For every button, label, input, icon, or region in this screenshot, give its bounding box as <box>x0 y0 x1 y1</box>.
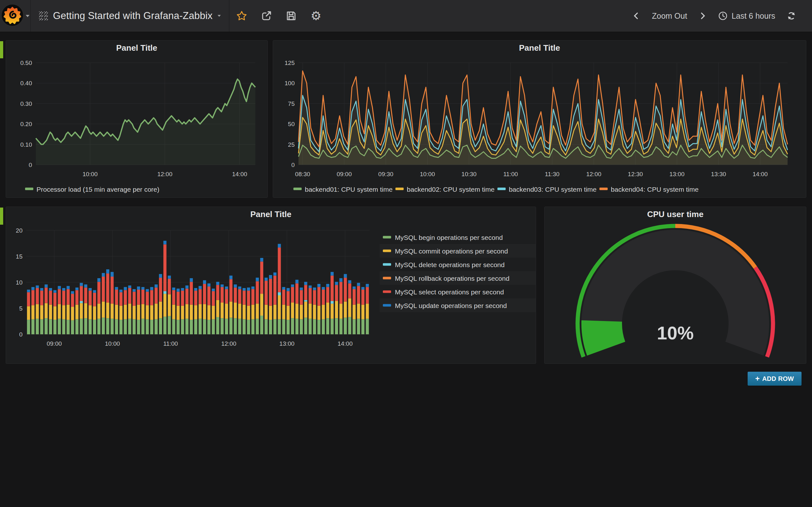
share-button[interactable] <box>254 0 279 32</box>
legend-item[interactable]: Processor load (15 min average per core) <box>25 186 159 193</box>
bar-segment <box>282 290 286 305</box>
mysql-operations-chart[interactable]: 0510152009:0010:0011:0012:0013:0014:00My… <box>6 221 536 363</box>
bar-segment <box>348 283 351 298</box>
bar-segment <box>142 290 145 304</box>
bar-segment <box>93 320 96 334</box>
chevron-right-icon <box>699 12 707 20</box>
grafana-logo-menu[interactable] <box>0 0 31 32</box>
bar-segment <box>194 288 197 291</box>
bar-segment <box>106 274 109 302</box>
bar-segment <box>62 305 65 319</box>
legend-item[interactable]: MySQL begin operations per second <box>383 234 503 241</box>
panel-title[interactable]: Panel Title <box>6 210 536 219</box>
bar-segment <box>317 284 321 287</box>
svg-text:0.50: 0.50 <box>20 60 32 66</box>
svg-text:14:00: 14:00 <box>232 171 247 177</box>
bar-segment <box>278 319 281 334</box>
legend-item[interactable]: MySQL commit operations per second <box>380 244 536 258</box>
legend-item[interactable]: backend01: CPU system time <box>293 186 393 193</box>
svg-text:100: 100 <box>285 80 295 87</box>
legend-item[interactable]: backend04: CPU system time <box>600 186 699 193</box>
bar-segment <box>106 269 109 274</box>
time-range-picker[interactable]: Last 6 hours <box>714 0 780 32</box>
bar-segment <box>124 287 127 290</box>
bar-segment <box>137 305 140 320</box>
bar-segment <box>300 287 303 290</box>
bar-segment <box>163 291 166 294</box>
bar-segment <box>212 319 215 334</box>
bar-segment <box>256 278 259 281</box>
bar-segment <box>124 319 127 334</box>
bar-segment <box>45 318 48 334</box>
bar-segment <box>137 320 140 334</box>
svg-text:5: 5 <box>19 305 22 312</box>
bar-segment <box>137 290 140 305</box>
bar-segment <box>256 281 259 304</box>
row2-handle[interactable] <box>0 208 3 225</box>
legend-item[interactable]: backend03: CPU system time <box>497 186 597 193</box>
svg-text:0: 0 <box>29 162 32 168</box>
svg-text:backend01: CPU system time: backend01: CPU system time <box>305 186 393 193</box>
panel-title[interactable]: Panel Title <box>273 43 806 53</box>
time-shift-forward-button[interactable] <box>694 0 711 32</box>
bar-segment <box>361 290 364 305</box>
bar-segment <box>335 285 338 301</box>
bar-segment <box>273 276 276 305</box>
add-row-button[interactable]: + ADD ROW <box>748 372 802 386</box>
svg-text:75: 75 <box>288 101 295 107</box>
gauge-value-fill <box>602 321 606 349</box>
svg-text:12:00: 12:00 <box>221 340 236 347</box>
title-caret-down-icon <box>217 15 221 17</box>
refresh-button[interactable] <box>782 0 801 32</box>
star-button[interactable] <box>229 0 254 32</box>
cpu-user-time-svg: 10% <box>545 221 806 363</box>
bar-segment <box>163 244 166 291</box>
bar-segment <box>282 319 286 334</box>
bar-segment <box>291 287 294 302</box>
bar-segment <box>331 319 334 334</box>
bar-segment <box>36 304 39 319</box>
bar-segment <box>216 300 219 317</box>
save-button[interactable] <box>279 0 304 32</box>
bar-segment <box>234 318 237 334</box>
bar-segment <box>260 258 263 262</box>
bar-segment <box>186 285 189 289</box>
bar-segment <box>115 319 118 334</box>
processor-load-chart[interactable]: 00.100.200.300.400.5010:0012:0014:00Proc… <box>6 55 267 197</box>
legend-item[interactable]: MySQL select operations per second <box>383 288 504 296</box>
zoom-out-button[interactable]: Zoom Out <box>647 0 692 32</box>
bar-segment <box>97 319 101 334</box>
time-shift-back-button[interactable] <box>628 0 645 32</box>
svg-text:10: 10 <box>16 279 22 286</box>
svg-text:MySQL delete operations per se: MySQL delete operations per second <box>395 261 505 268</box>
panel-title[interactable]: Panel Title <box>6 43 267 53</box>
bar-segment <box>339 278 343 282</box>
panel-title[interactable]: CPU user time <box>545 210 806 219</box>
bar-segment <box>45 285 48 288</box>
row1-handle[interactable] <box>0 41 3 58</box>
bar-segment <box>71 291 74 294</box>
svg-text:0.30: 0.30 <box>20 101 32 107</box>
legend-item[interactable]: MySQL delete operations per second <box>383 261 505 268</box>
dashboard-title-dropdown[interactable]: Getting Started with Grafana-Zabbix <box>31 0 229 32</box>
bar-segment <box>269 279 272 306</box>
cpu-user-time-gauge[interactable]: 10% <box>545 221 806 363</box>
bar-segment <box>287 288 290 291</box>
grafana-dashboard: Getting Started with Grafana-Zabbix <box>0 0 812 507</box>
navbar-actions: ⚙ <box>229 0 328 32</box>
bar-segment <box>177 320 180 334</box>
legend-item[interactable]: MySQL update operations per second <box>380 298 536 312</box>
bar-segment <box>84 287 87 303</box>
bar-segment <box>106 318 109 334</box>
svg-text:MySQL begin operations per sec: MySQL begin operations per second <box>395 234 503 241</box>
bar-segment <box>168 276 171 279</box>
bar-segment <box>309 285 312 288</box>
cpu-system-time-chart[interactable]: 025507510012508:3009:0009:3010:0010:3011… <box>273 55 806 197</box>
bar-segment <box>353 289 356 304</box>
bar-segment <box>27 290 30 292</box>
legend-item[interactable]: backend02: CPU system time <box>396 186 495 193</box>
bar-segment <box>111 303 114 319</box>
settings-button[interactable]: ⚙ <box>304 0 328 32</box>
legend-item[interactable]: MySQL rollback operations per second <box>380 271 536 285</box>
bar-segment <box>317 306 321 320</box>
